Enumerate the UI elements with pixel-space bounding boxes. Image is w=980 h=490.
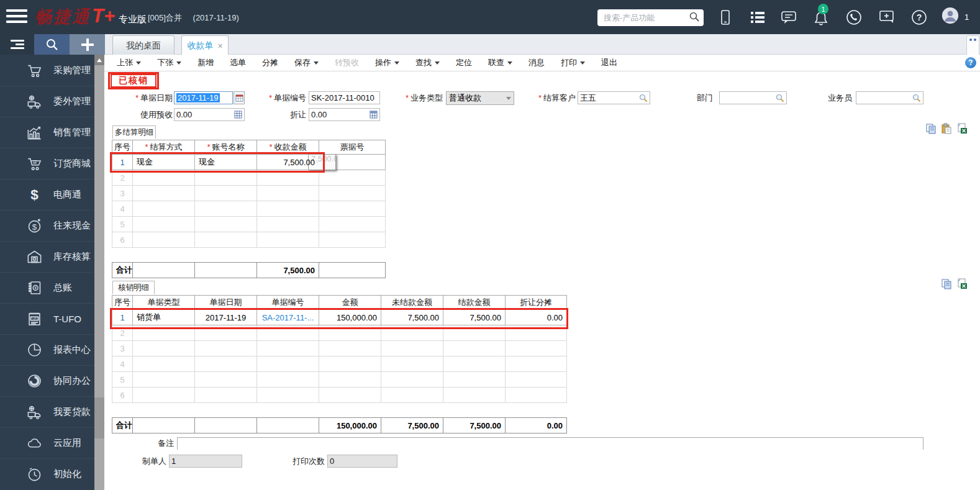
sidebar-item-order-mall[interactable]: 订货商城 xyxy=(0,148,94,179)
sidebar-item-report-center[interactable]: 报表中心 xyxy=(0,334,94,365)
purchase-cart-icon xyxy=(26,62,43,79)
table-row-empty[interactable]: 5 xyxy=(112,217,386,232)
ecommerce-currency-icon: $ xyxy=(26,186,43,203)
department-label: 部门 xyxy=(651,91,713,105)
username-label: 1 xyxy=(964,12,969,22)
table-row-empty[interactable]: 2 xyxy=(112,170,386,186)
customer-input[interactable] xyxy=(580,93,639,102)
toolbar-prev-button[interactable]: 上张 xyxy=(117,57,141,68)
vertical-scrollbar[interactable] xyxy=(94,55,104,490)
sidebar-item-outsourcing[interactable]: 委外管理 xyxy=(0,86,94,117)
table-row-empty[interactable]: 3 xyxy=(112,186,386,201)
paste-rows-icon[interactable] xyxy=(941,123,952,134)
sidebar-item-tufo[interactable]: T-UFO T-UFO xyxy=(0,303,94,334)
collapse-menu-icon[interactable] xyxy=(0,34,34,55)
toolbar-message-button[interactable]: 消息 xyxy=(529,57,545,68)
mobile-app-icon[interactable] xyxy=(717,9,734,26)
sidebar-item-purchase[interactable]: 采购管理 xyxy=(0,55,94,86)
main-menu-icon[interactable] xyxy=(6,9,27,25)
toolbar-operate-button[interactable]: 操作 xyxy=(375,57,399,68)
toolbar-save-button[interactable]: 保存 xyxy=(294,57,319,68)
page-help-icon[interactable]: ? xyxy=(965,57,976,68)
sidebar-item-ecommerce[interactable]: $ 电商通 xyxy=(0,179,94,210)
tab-settlement-detail[interactable]: 多结算明细 xyxy=(112,125,156,139)
copy-rows-icon[interactable] xyxy=(941,278,952,289)
phone-support-icon[interactable] xyxy=(845,9,863,26)
department-lookup-icon[interactable] xyxy=(776,94,784,102)
toolbar-new-button[interactable]: 新增 xyxy=(197,57,214,68)
sidebar-item-inventory[interactable]: 库存核算 xyxy=(0,241,94,272)
discount-input[interactable] xyxy=(311,110,370,119)
sidebar-item-initialization[interactable]: 初始化 xyxy=(0,458,94,489)
tab-receipt-form[interactable]: 收款单 × xyxy=(181,35,229,55)
calendar-button[interactable] xyxy=(234,91,245,104)
sidebar-item-sales[interactable]: 销售管理 xyxy=(0,117,94,148)
table-row[interactable]: 1 销货单 2017-11-19 SA-2017-11-... 150,000.… xyxy=(112,310,567,325)
table-row-empty[interactable]: 4 xyxy=(112,356,567,372)
writeoff-grid-tools xyxy=(941,278,968,289)
help-icon[interactable]: ? xyxy=(910,9,928,26)
quick-search-icon[interactable] xyxy=(34,34,70,55)
sidebar-item-cash[interactable]: $ 往来现金 xyxy=(0,210,94,241)
tufo-report-icon: T-UFO xyxy=(26,311,43,327)
sidebar-item-cloud-apps[interactable]: 云应用 xyxy=(0,427,94,458)
toolbar-allocate-button[interactable]: 分摊 xyxy=(262,57,278,68)
doc-date-label: *单据日期 xyxy=(111,91,173,105)
department-input[interactable] xyxy=(722,93,776,102)
close-tab-icon[interactable]: × xyxy=(217,41,222,51)
doc-date-field[interactable]: 2017-11-19 xyxy=(174,91,233,104)
toolbar-locate-button[interactable]: 定位 xyxy=(456,57,472,68)
search-icon[interactable] xyxy=(689,11,700,25)
tab-my-desktop[interactable]: 我的桌面 xyxy=(112,35,175,55)
feedback-chat-icon[interactable] xyxy=(878,9,896,26)
customer-lookup-icon[interactable] xyxy=(639,94,648,102)
tab-label: 我的桌面 xyxy=(126,40,161,52)
scroll-up-button[interactable] xyxy=(94,55,104,65)
user-avatar[interactable] xyxy=(941,7,959,24)
message-bubble-icon[interactable] xyxy=(780,9,797,26)
account-info: [005]合并 (2017-11-19) xyxy=(148,12,248,24)
sidebar-item-collaboration[interactable]: 协同办公 xyxy=(0,365,94,396)
new-tab-icon[interactable] xyxy=(70,34,105,55)
sidebar-item-general-ledger[interactable]: ¥ 总账 xyxy=(0,272,94,303)
scrollbar-thumb[interactable] xyxy=(94,397,104,438)
salesman-lookup-icon[interactable] xyxy=(912,94,921,102)
tab-writeoff-detail[interactable]: 核销明细 xyxy=(112,281,155,294)
remark-input[interactable] xyxy=(178,438,923,450)
toolbar-linked-query-button[interactable]: 联查 xyxy=(488,57,512,68)
toolbar-next-button[interactable]: 下张 xyxy=(157,57,181,68)
table-row-empty[interactable]: 4 xyxy=(112,201,386,217)
salesman-input[interactable] xyxy=(858,93,912,102)
chevron-down-icon xyxy=(394,61,399,65)
task-list-icon[interactable] xyxy=(749,9,766,26)
settlement-table[interactable]: 序号 *结算方式 *账号名称 *收款金额 票据号 1 现金 现金 7,500.0… xyxy=(112,140,386,248)
sidebar-item-label: 协同办公 xyxy=(53,375,91,387)
sidebar-item-loan[interactable]: 我要贷款 xyxy=(0,396,94,427)
table-row-empty[interactable]: 2 xyxy=(112,325,567,341)
table-row-empty[interactable]: 5 xyxy=(112,372,567,388)
toolbar-select-doc-button[interactable]: 选单 xyxy=(230,57,246,68)
writeoff-table[interactable]: 序号 单据类型 单据日期 单据编号 金额 未结款金额 结款金额 折让分摊 1 销… xyxy=(112,295,567,403)
sidebar-item-label: 云应用 xyxy=(53,437,81,449)
doc-no-input[interactable] xyxy=(311,93,378,102)
sort-lines-icon xyxy=(11,38,24,51)
toolbar-exit-button[interactable]: 退出 xyxy=(601,57,617,68)
export-excel-icon[interactable] xyxy=(956,123,968,134)
table-row[interactable]: 1 现金 现金 7,500.00 xyxy=(112,155,386,170)
search-input[interactable] xyxy=(604,13,689,22)
calculator-icon[interactable] xyxy=(370,111,378,119)
brand-edition: 专业版 xyxy=(119,14,147,25)
doc-no-link: SA-2017-11-... xyxy=(257,310,319,325)
advance-grid-icon[interactable] xyxy=(234,111,242,119)
table-row-empty[interactable]: 6 xyxy=(112,388,567,403)
chevron-down-icon xyxy=(314,61,319,65)
toolbar-print-button[interactable]: 打印 xyxy=(561,57,585,68)
table-row-empty[interactable]: 3 xyxy=(112,341,567,356)
copy-rows-icon[interactable] xyxy=(925,123,937,134)
export-excel-icon[interactable] xyxy=(956,278,968,289)
use-advance-input[interactable] xyxy=(176,110,234,119)
toolbar-find-button[interactable]: 查找 xyxy=(415,57,440,68)
biz-type-select[interactable]: 普通收款 xyxy=(446,91,514,105)
tab-overflow-sliver[interactable] xyxy=(966,35,979,55)
table-row-empty[interactable]: 6 xyxy=(112,232,386,248)
